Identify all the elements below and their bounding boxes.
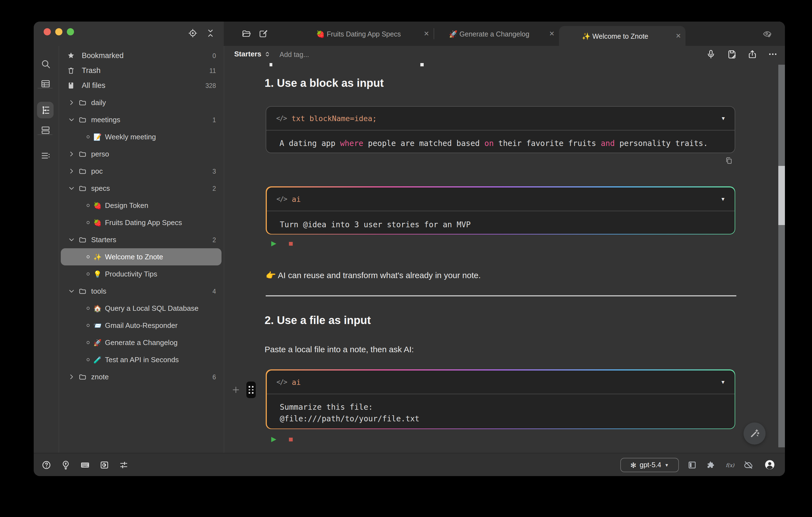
magic-wand-icon — [749, 428, 760, 439]
tips-icon[interactable] — [61, 460, 71, 470]
add-block-icon[interactable] — [231, 385, 240, 394]
note-emoji: 🏠 — [93, 304, 102, 312]
help-icon[interactable] — [41, 460, 51, 470]
drag-handle[interactable] — [246, 382, 256, 398]
close-tab-icon[interactable]: ✕ — [671, 32, 686, 40]
microphone-icon[interactable] — [706, 49, 716, 59]
sidebar-tree: Bookmarked0Trash11All files328 dailymeet… — [59, 46, 224, 453]
close-window-button[interactable] — [44, 28, 51, 35]
note-fruits-dating-app-specs[interactable]: 🍓Fruits Dating App Specs — [59, 214, 224, 231]
side-panel-icon[interactable] — [687, 460, 697, 470]
chevron-right-icon[interactable] — [68, 151, 75, 158]
functions-icon[interactable]: f(x) — [725, 460, 735, 470]
open-folder-icon[interactable] — [241, 29, 251, 39]
locate-icon[interactable] — [188, 28, 198, 38]
titlebar: 🍓 Fruits Dating App Specs✕🚀 Generate a C… — [34, 22, 785, 46]
txt-block-body[interactable]: A dating app where people are matched ba… — [280, 138, 724, 149]
account-icon[interactable] — [764, 459, 776, 470]
note-label: Productivity Tips — [105, 270, 216, 278]
plain-text: A dating app — [280, 139, 340, 147]
ai-assistant-button[interactable] — [744, 423, 765, 444]
note-weekly-meeting[interactable]: 📝Weekly meeting — [59, 128, 224, 145]
stop-block-button[interactable]: ■ — [288, 435, 293, 443]
sidebar-item-all-files[interactable]: All files328 — [59, 78, 224, 93]
ai-block-1-body[interactable]: Turn @idea into 3 user stories for an MV… — [280, 219, 723, 230]
folder-meetings[interactable]: meetings1 — [59, 111, 224, 128]
txt-block-header[interactable]: </> txt blockName=idea; ▼ — [266, 107, 735, 130]
run-block-button[interactable]: ▶ — [271, 435, 276, 443]
code-icon: </> — [277, 195, 287, 203]
folder-starters[interactable]: Starters2 — [59, 231, 224, 248]
item-count: 2 — [212, 236, 216, 243]
keyboard-shortcuts-icon[interactable] — [80, 460, 90, 470]
rail-item-table-view[interactable] — [37, 75, 54, 92]
close-tab-icon[interactable]: ✕ — [545, 30, 559, 37]
more-options-icon[interactable] — [768, 49, 778, 59]
chevron-down-icon[interactable] — [68, 288, 75, 295]
run-block-button[interactable]: ▶ — [271, 239, 276, 247]
collapse-tabs-icon[interactable] — [205, 28, 215, 38]
chevron-down-icon[interactable]: ▼ — [721, 379, 724, 385]
rail-item-tree-view[interactable] — [37, 102, 54, 118]
split-view-icon — [40, 125, 51, 135]
rail-item-outline-view[interactable] — [37, 147, 54, 164]
note-design-token[interactable]: 🍓Design Token — [59, 197, 224, 214]
add-tag-button[interactable]: Add tag... — [280, 51, 309, 59]
note-welcome-to-znote[interactable]: ✨Welcome to Znote — [61, 248, 222, 265]
save-note-icon[interactable] — [727, 49, 737, 59]
stop-block-button[interactable]: ■ — [288, 239, 293, 248]
note-test-an-api-in-seconds[interactable]: 🧪Test an API in Seconds — [59, 351, 224, 368]
folder-specs[interactable]: specs2 — [59, 180, 224, 197]
rail-item-search[interactable] — [37, 55, 54, 72]
chevron-down-icon[interactable]: ▼ — [721, 196, 724, 201]
ai-block-2-body[interactable]: Summarize this file: @file:///path/to/yo… — [280, 401, 723, 425]
offline-icon[interactable] — [744, 460, 753, 470]
scrollbar-thumb[interactable] — [778, 166, 785, 225]
sidebar-item-trash[interactable]: Trash11 — [59, 63, 224, 78]
sidebar-rail — [34, 46, 59, 453]
note-productivity-tips[interactable]: 💡Productivity Tips — [59, 265, 224, 282]
chevron-down-icon[interactable] — [68, 116, 75, 123]
chevron-down-icon[interactable] — [68, 236, 75, 243]
code-icon: </> — [277, 378, 287, 386]
close-tab-icon[interactable]: ✕ — [419, 30, 434, 37]
chevron-right-icon[interactable] — [68, 99, 75, 106]
tab-fruits-dating-app-specs[interactable]: 🍓 Fruits Dating App Specs✕ — [298, 22, 434, 46]
section-heading-1: 1. Use a block as input — [265, 77, 384, 89]
ai-block-1-header[interactable]: </> ai ▼ — [266, 187, 734, 210]
chevron-down-icon[interactable]: ▼ — [722, 115, 725, 121]
scrollbar-track[interactable] — [778, 65, 785, 447]
app-window: 🍓 Fruits Dating App Specs✕🚀 Generate a C… — [34, 22, 785, 476]
rail-item-split-view[interactable] — [37, 121, 54, 138]
sidebar-item-bookmarked[interactable]: Bookmarked0 — [59, 48, 224, 63]
share-icon[interactable] — [747, 49, 757, 59]
sidebar-item-label: All files — [82, 81, 205, 89]
zoom-window-button[interactable] — [67, 28, 74, 35]
folder-znote[interactable]: znote6 — [59, 368, 224, 385]
theme-icon[interactable] — [99, 460, 109, 470]
note-query-a-local-sql-database[interactable]: 🏠Query a Local SQL Database — [59, 300, 224, 317]
folder-poc[interactable]: poc3 — [59, 163, 224, 180]
reader-view-icon[interactable] — [762, 29, 772, 39]
plugins-icon[interactable] — [706, 460, 716, 470]
tab-welcome-to-znote[interactable]: ✨ Welcome to Znote✕ — [559, 26, 686, 46]
folder-daily[interactable]: daily — [59, 94, 224, 111]
folder-perso[interactable]: perso — [59, 145, 224, 163]
minimize-window-button[interactable] — [55, 28, 62, 35]
note-bullet-icon — [86, 306, 91, 311]
item-count: 0 — [212, 52, 216, 59]
tab-generate-a-changelog[interactable]: 🚀 Generate a Changelog✕ — [434, 22, 559, 46]
chevron-down-icon[interactable] — [68, 185, 75, 192]
settings-icon[interactable] — [119, 460, 129, 470]
breadcrumb[interactable]: Starters — [234, 50, 271, 58]
chevron-right-icon[interactable] — [68, 167, 75, 175]
run-controls: ▶ ■ — [271, 435, 293, 443]
ai-block-2-header[interactable]: </> ai ▼ — [266, 370, 734, 393]
model-selector[interactable]: ✻ gpt-5.4 ▼ — [620, 458, 679, 472]
chevron-right-icon[interactable] — [68, 373, 75, 380]
note-generate-a-changelog[interactable]: 🚀Generate a Changelog — [59, 334, 224, 351]
folder-tools[interactable]: tools4 — [59, 282, 224, 300]
note-gmail-auto-responder[interactable]: 📨Gmail Auto-Responder — [59, 317, 224, 334]
new-note-icon[interactable] — [259, 29, 268, 39]
copy-icon[interactable] — [725, 157, 733, 165]
